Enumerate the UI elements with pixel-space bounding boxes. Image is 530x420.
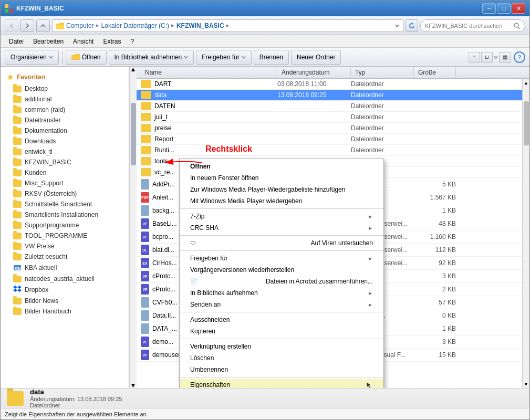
- col-header-type[interactable]: Typ: [351, 67, 414, 78]
- ctx-add-to-playlist[interactable]: Zur Windows Media Player-Wiedergabeliste…: [180, 184, 383, 195]
- sidebar-item-smartclients[interactable]: Smartclients Installationen: [1, 209, 129, 220]
- col-header-size[interactable]: Größe: [414, 67, 456, 78]
- table-row[interactable]: juli_t Dateiordner: [137, 112, 529, 123]
- col-header-name[interactable]: Name: [141, 67, 277, 78]
- sidebar-item-natcodes[interactable]: natcodes_austria_aktuell: [1, 274, 129, 284]
- table-row[interactable]: DART 03.08.2018 11:00 Dateiordner: [137, 79, 529, 90]
- open-button[interactable]: Öffnen: [66, 50, 107, 65]
- table-row[interactable]: Report Dateiordner: [137, 134, 529, 145]
- new-folder-button[interactable]: Neuer Ordner: [291, 50, 341, 65]
- ctx-share[interactable]: Freigeben für ►: [180, 253, 383, 264]
- up-button[interactable]: [36, 19, 50, 32]
- sidebar-item-vwpreise[interactable]: VW Preise: [1, 241, 129, 251]
- file-size: 1 KB: [414, 325, 456, 332]
- menu-datei[interactable]: Datei: [5, 37, 28, 46]
- sidebar-item-desktop[interactable]: Desktop: [1, 83, 129, 94]
- ctx-create-shortcut[interactable]: Verknüpfung erstellen: [180, 341, 383, 352]
- address-computer[interactable]: Computer: [66, 22, 94, 29]
- ctx-play-media[interactable]: Mit Windows Media Player wiedergeben: [180, 195, 383, 207]
- ctx-add-to-library[interactable]: In Bibliothek aufnehmen ►: [180, 287, 383, 299]
- sidebar-item-kunden[interactable]: Kunden: [1, 167, 129, 178]
- ctx-rename[interactable]: Umbenennen: [180, 364, 383, 375]
- ctx-sep-5: [180, 339, 383, 339]
- address-drive[interactable]: Lokaler Datenträger (C:): [101, 22, 169, 29]
- file-size: 92 KB: [414, 259, 456, 267]
- dropdown-icon[interactable]: [394, 23, 400, 28]
- sidebar-item-schnittstelle[interactable]: Schnittstelle Smartclient: [1, 199, 129, 209]
- ctx-crc[interactable]: CRC SHA ►: [180, 222, 383, 234]
- close-button[interactable]: ✕: [512, 3, 525, 14]
- scroll-down-btn[interactable]: ▼: [523, 381, 529, 388]
- ctx-copy[interactable]: Kopieren: [180, 326, 383, 337]
- burn-button[interactable]: Brennen: [254, 50, 289, 65]
- folder-icon: [141, 102, 151, 110]
- scroll-down-button[interactable]: ▼: [130, 383, 137, 388]
- sidebar-item-kfzwin[interactable]: KFZWIN_BASIC: [1, 157, 129, 167]
- view-dropdown-icon[interactable]: [494, 55, 498, 59]
- ctx-open-new-window[interactable]: In neuem Fenster öffnen: [180, 172, 383, 184]
- scroll-thumb[interactable]: [524, 101, 529, 145]
- sidebar-item-bilder-handbuch[interactable]: Bilder Handbuch: [1, 306, 129, 317]
- library-button[interactable]: In Bibliothek aufnehmen: [109, 50, 194, 65]
- help-button[interactable]: ?: [514, 51, 525, 63]
- ctx-restore-versions[interactable]: Vorgängerversionen wiederherstellen: [180, 264, 383, 276]
- menu-bearbeiten[interactable]: Bearbeiten: [29, 37, 68, 46]
- share-dropdown-icon: [242, 55, 246, 59]
- sidebar-item-rksv[interactable]: RKSV (Österreich): [1, 188, 129, 199]
- forward-button[interactable]: [20, 19, 34, 32]
- menu-help[interactable]: ?: [126, 37, 138, 46]
- search-bar[interactable]: [420, 19, 525, 32]
- sidebar-item-downloads[interactable]: Downloads: [1, 136, 129, 146]
- file-size: 2 KB: [414, 286, 456, 293]
- sidebar-item-common[interactable]: common (raid): [1, 104, 129, 115]
- organize-button[interactable]: Organisieren: [5, 50, 59, 65]
- table-row[interactable]: preise Dateiordner: [137, 123, 529, 134]
- menu-ansicht[interactable]: Ansicht: [69, 37, 98, 46]
- sidebar-item-dokumentation[interactable]: Dokumentation: [1, 125, 129, 136]
- minimize-button[interactable]: −: [482, 3, 496, 14]
- scroll-thumb[interactable]: [131, 103, 136, 165]
- sidebar-item-bilder-news[interactable]: Bilder News: [1, 296, 129, 306]
- back-button[interactable]: [5, 19, 18, 32]
- ctx-virus-scan[interactable]: 🛡 Auf Viren untersuchen: [180, 237, 383, 249]
- sidebar-item-additional[interactable]: additional: [1, 94, 129, 104]
- maximize-button[interactable]: □: [497, 3, 511, 14]
- menu-extras[interactable]: Extras: [99, 37, 125, 46]
- file-list-scrollbar[interactable]: ▲ ▼: [522, 79, 529, 388]
- refresh-button[interactable]: [406, 19, 418, 32]
- ctx-open-label: Öffnen: [190, 163, 211, 170]
- folder-open-icon: [71, 54, 80, 61]
- sidebar-scrollbar[interactable]: ▲ ▼: [129, 67, 137, 388]
- sidebar-item-dropbox[interactable]: Dropbox: [1, 284, 129, 296]
- folder-icon: [13, 86, 22, 92]
- table-row[interactable]: DATEN Dateiordner: [137, 101, 529, 112]
- sidebar-item-dateitransfer[interactable]: Dateitransfer: [1, 115, 129, 125]
- scroll-up-button[interactable]: ▲: [130, 67, 137, 72]
- sidebar-item-support[interactable]: Supportprogramme: [1, 220, 129, 230]
- sidebar-item-zuletzt[interactable]: Zuletzt besucht: [1, 251, 129, 262]
- search-input[interactable]: [425, 23, 511, 29]
- ctx-properties[interactable]: Eigenschaften: [180, 379, 383, 388]
- table-row[interactable]: data 13.08.2018 09:25 Dateiordner: [137, 90, 529, 101]
- ctx-7zip[interactable]: 7-Zip ►: [180, 211, 383, 222]
- address-bar[interactable]: Computer ► Lokaler Datenträger (C:) ► KF…: [52, 19, 403, 32]
- table-row[interactable]: Runti... Dateiordner: [137, 145, 529, 156]
- ctx-merge-pdf[interactable]: 📄 Dateien in Acrobat zusammenführen...: [180, 276, 383, 287]
- sidebar-item-entwick[interactable]: entwick_tl: [1, 146, 129, 157]
- share-button[interactable]: Freigeben für: [196, 50, 251, 65]
- view-grid-button[interactable]: ⊔: [481, 52, 493, 62]
- address-current[interactable]: KFZWIN_BASIC: [176, 22, 224, 29]
- ctx-send-to[interactable]: Senden an ►: [180, 299, 383, 310]
- col-header-date[interactable]: Änderungsdatum: [277, 67, 351, 78]
- view-list-button[interactable]: ≡: [469, 52, 480, 62]
- ctx-open[interactable]: Öffnen: [180, 161, 383, 172]
- ctx-delete[interactable]: Löschen: [180, 352, 383, 364]
- sidebar-item-kba[interactable]: KBA KBA aktuell: [1, 262, 129, 274]
- acrobat-icon: 📄: [190, 278, 198, 285]
- ctx-cut[interactable]: Ausschneiden: [180, 314, 383, 326]
- sidebar-item-tool[interactable]: TOOL_PROGRAMME: [1, 230, 129, 241]
- scroll-up-btn[interactable]: ▲: [523, 79, 529, 87]
- file-name: ClrHos...: [152, 259, 177, 267]
- sidebar-item-misc[interactable]: Misc_Support: [1, 178, 129, 188]
- preview-pane-button[interactable]: ▦: [499, 52, 511, 62]
